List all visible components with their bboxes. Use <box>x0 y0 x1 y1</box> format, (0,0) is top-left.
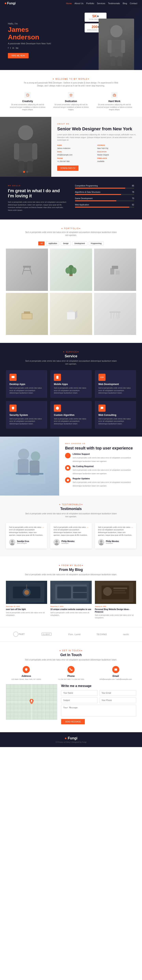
contact-form: Write me a message SEND MESSAGE <box>61 684 136 724</box>
partner-1: PART <box>13 631 25 638</box>
dedication-icon <box>68 92 74 98</box>
portfolio-item-6[interactable] <box>94 293 136 335</box>
form-row-1 <box>61 690 136 696</box>
skill-web: Web Application 92 <box>75 204 134 208</box>
skill-game: Game Development 70 <box>75 197 134 201</box>
nav-testimonials[interactable]: Testimonials <box>108 2 120 5</box>
testimonial-2-role: Developer <box>62 542 74 544</box>
form-phone-input[interactable] <box>99 697 136 703</box>
testimonial-2: " Sed ut perspiciatis unde omnis iste na… <box>50 523 92 549</box>
nav-blog[interactable]: Blog <box>123 2 127 5</box>
security-icon <box>9 404 17 412</box>
portfolio-item-3[interactable] <box>94 248 136 291</box>
blog-card-3[interactable]: January 8, 2020 Personal Blog Website De… <box>95 581 136 619</box>
portfolio-item-5[interactable] <box>50 293 92 335</box>
testimonial-2-text: Sed ut perspiciatis unde omnis iste natu… <box>54 526 88 537</box>
feature-dedication-title: Dedication <box>51 100 91 103</box>
testimonial-3-name: Philip Mendez <box>106 540 119 542</box>
svg-rect-28 <box>67 312 75 319</box>
svg-rect-69 <box>114 590 125 591</box>
blog-2-date: December 5, 2019 <box>50 606 92 607</box>
svg-line-34 <box>114 313 114 319</box>
filter-all[interactable]: All <box>38 242 44 245</box>
portfolio-item-2[interactable] <box>50 248 92 291</box>
svg-rect-10 <box>14 143 19 159</box>
partners-section: PART CLIENT Fun. Land TECHNO rashi <box>0 627 142 642</box>
portfolio-desc: Sed ut perspiciatis unde omnis iste natu… <box>24 231 118 237</box>
whyus-title: Best result with top user experience <box>65 446 136 450</box>
nav-portfolio[interactable]: Portfolio <box>86 2 94 5</box>
feature-hardwork-title: Hard Work <box>95 100 134 103</box>
testimonial-3-role: Developer <box>106 542 119 544</box>
portfolio-item-1[interactable] <box>6 248 48 291</box>
form-message-input[interactable] <box>61 705 136 717</box>
welcome-section: WELCOME TO MY WORLD I'm a young and pass… <box>0 70 142 117</box>
hero-title: A passionate Web Developer from New York… <box>8 42 134 45</box>
nav-about[interactable]: About Us <box>74 2 84 5</box>
blog-1-title: over turn off the light <box>6 608 47 611</box>
welcome-desc: I'm a young and passionate Web Developer… <box>24 81 118 87</box>
filter-development[interactable]: Development <box>73 242 87 245</box>
blog-image-3 <box>95 581 136 604</box>
download-cv-button[interactable]: DOWNLOAD CV <box>57 165 79 171</box>
form-name-input[interactable] <box>61 690 98 696</box>
stat-projects-number: 5K+ <box>87 14 104 18</box>
form-submit-button[interactable]: SEND MESSAGE <box>61 719 85 724</box>
portfolio-item-4[interactable] <box>6 293 48 335</box>
contact-email-text: info@example.com / web@example.com <box>95 678 136 680</box>
feature-dedication-desc: Sit amet consectetur adipiscing elit sed… <box>51 103 91 111</box>
contact-address-text: 123 Main Street, New York, NY 10001 <box>6 678 47 680</box>
social-twitter[interactable]: t <box>10 47 11 49</box>
address-icon <box>23 666 30 673</box>
web-dev-icon <box>98 374 106 381</box>
svg-rect-63 <box>73 587 87 592</box>
nav-home[interactable]: Home <box>66 2 72 5</box>
testimonial-3-text: Sed ut perspiciatis unde omnis iste natu… <box>98 526 133 537</box>
svg-point-21 <box>72 267 77 274</box>
testimonial-1-avatar <box>9 539 16 546</box>
contact-info-grid: Address 123 Main Street, New York, NY 10… <box>6 666 136 680</box>
hire-button[interactable]: HIRE ME NOW <box>8 53 28 58</box>
quote-icon-3: " <box>131 526 133 531</box>
skill-algorithms: Algorithms & Data Structures 78 <box>75 191 134 195</box>
whyus-tag: WHY CHOOSE US <box>65 442 136 444</box>
filter-application[interactable]: Application <box>46 242 59 245</box>
social-behance[interactable]: be <box>16 47 18 49</box>
partner-4: TECHNO <box>97 633 107 636</box>
welcome-tag: WELCOME TO MY WORLD <box>8 78 134 80</box>
filter-programming[interactable]: Programming <box>89 242 104 245</box>
service-algorithm-title: Custom Algorithm <box>54 414 88 417</box>
nav-contact[interactable]: Contact <box>130 2 137 5</box>
features-row: Creativity Sit amet consectetur adipisci… <box>8 92 134 111</box>
nav-logo[interactable]: Fungi <box>5 2 16 5</box>
form-email-input[interactable] <box>99 690 136 696</box>
blog-card-1[interactable]: November 22, 2019 over turn off the ligh… <box>6 581 47 619</box>
about-dot-1[interactable] <box>23 171 25 173</box>
form-subject-input[interactable] <box>61 697 98 703</box>
blog-grid: November 22, 2019 over turn off the ligh… <box>6 581 136 619</box>
feature-creativity: Creativity Sit amet consectetur adipisci… <box>8 92 47 111</box>
about-section: ABOUT ME Senior Web Designer from New Yo… <box>0 117 142 177</box>
feature-creativity-desc: Sit amet consectetur adipiscing elit sed… <box>8 103 47 111</box>
contact-tag: GET IN TOUCH <box>6 649 136 652</box>
navigation: Fungi Home About Us Portfolio Services T… <box>0 0 142 7</box>
svg-rect-31 <box>109 312 120 313</box>
nav-services[interactable]: Services <box>97 2 105 5</box>
svg-rect-62 <box>57 587 71 598</box>
blog-3-date: January 8, 2020 <box>95 606 136 607</box>
social-linkedin[interactable]: in <box>13 47 14 49</box>
filter-design[interactable]: Design <box>61 242 71 245</box>
quote-icon-1: " <box>43 526 44 531</box>
blog-card-2[interactable]: December 5, 2019 10 unique creative webs… <box>50 581 92 619</box>
contact-title: Get In Touch <box>6 653 136 657</box>
service-webdev-desc: Sed ut perspiciatis unde omnis iste natu… <box>98 387 133 394</box>
blog-2-desc: Sed ut perspiciatis unde omnis iste natu… <box>50 611 92 616</box>
social-facebook[interactable]: f <box>8 47 8 49</box>
service-web-dev: Web Development Sed ut perspiciatis unde… <box>95 370 136 398</box>
service-algorithm-desc: Sed ut perspiciatis unde omnis iste natu… <box>54 418 88 425</box>
about-dot-2[interactable] <box>26 171 28 173</box>
about-desc: Lorem ipsum dolor sit amet, consectetur … <box>57 134 136 142</box>
form-title: Write me a message <box>61 684 136 688</box>
service-security: Security System Sed ut perspiciatis unde… <box>6 401 47 429</box>
svg-point-20 <box>65 267 70 274</box>
